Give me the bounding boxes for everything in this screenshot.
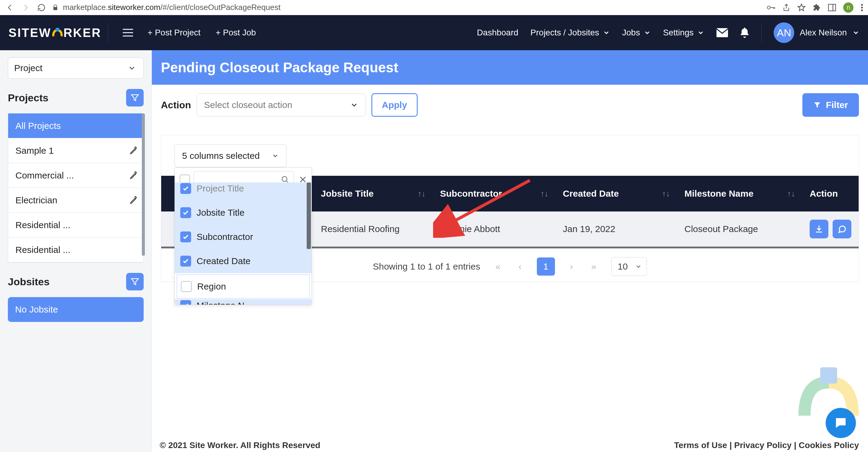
back-icon[interactable]: [5, 2, 15, 13]
chat-widget-button[interactable]: [826, 408, 856, 438]
no-jobsite-button[interactable]: No Jobsite: [8, 297, 144, 322]
svg-point-4: [861, 7, 863, 8]
filter-icon: [130, 277, 140, 286]
filter-button[interactable]: Filter: [802, 93, 859, 117]
nav-projects[interactable]: Projects / Jobsites: [530, 28, 610, 37]
nav-dashboard[interactable]: Dashboard: [477, 28, 518, 37]
sort-icon: ↑↓: [787, 189, 795, 199]
share-icon[interactable]: [783, 4, 790, 11]
download-button[interactable]: [810, 220, 828, 238]
check-icon: [182, 209, 189, 216]
project-item[interactable]: Electrician: [8, 188, 143, 213]
context-select[interactable]: Project: [8, 58, 144, 79]
avatar: AN: [774, 22, 794, 43]
kebab-icon[interactable]: [861, 4, 863, 11]
browser-chrome: marketplace.siteworker.com/#/client/clos…: [0, 0, 868, 15]
check-icon: [182, 258, 189, 264]
jobsites-filter-button[interactable]: [126, 273, 144, 291]
table-column-jobsite[interactable]: Jobsite Title↑↓: [314, 176, 433, 211]
project-item[interactable]: Sample 1: [8, 138, 143, 163]
forward-icon[interactable]: [21, 2, 31, 13]
reload-icon[interactable]: [36, 2, 46, 13]
page-number[interactable]: 1: [537, 258, 555, 276]
chat-icon: [834, 416, 848, 430]
menu-icon[interactable]: [123, 28, 133, 37]
cell-created: Jan 19, 2022: [556, 211, 677, 247]
svg-point-5: [861, 9, 863, 11]
key-icon[interactable]: [766, 4, 775, 11]
last-page-button[interactable]: »: [588, 262, 599, 272]
projects-heading: Projects: [8, 92, 49, 104]
page-title: Pending Closeout Package Request: [152, 50, 868, 85]
bell-icon[interactable]: [740, 28, 749, 38]
column-option[interactable]: Milestone N: [175, 299, 311, 305]
url-bar[interactable]: marketplace.siteworker.com/#/client/clos…: [52, 3, 761, 12]
svg-rect-6: [56, 28, 59, 31]
lock-icon: [52, 4, 59, 11]
svg-point-11: [282, 177, 287, 182]
svg-rect-14: [820, 367, 837, 384]
action-label: Action: [161, 99, 191, 111]
edit-icon[interactable]: [129, 146, 138, 155]
column-option[interactable]: Jobsite Title: [175, 201, 311, 225]
cell-milestone: Closeout Package: [677, 211, 802, 247]
table-column-milestone[interactable]: Milestone Name↑↓: [677, 176, 802, 211]
panel-icon[interactable]: [828, 4, 836, 11]
first-page-button[interactable]: «: [492, 262, 503, 272]
scrollbar[interactable]: [307, 182, 311, 249]
table-container: 5 columns selected ✕ Project Title Jobsi…: [161, 135, 859, 282]
project-item[interactable]: Residential ...: [8, 238, 143, 262]
user-menu[interactable]: AN Alex Neilson: [774, 22, 860, 43]
page-size-select[interactable]: 10: [611, 257, 647, 276]
cell-actions: [802, 211, 859, 247]
post-job-link[interactable]: + Post Job: [216, 28, 256, 37]
post-project-link[interactable]: + Post Project: [148, 28, 200, 37]
filter-icon: [813, 101, 821, 109]
nav-settings[interactable]: Settings: [663, 28, 704, 37]
star-icon[interactable]: [797, 3, 806, 12]
project-item-all[interactable]: All Projects: [8, 114, 143, 138]
project-item[interactable]: Residential ...: [8, 213, 143, 238]
divider: [108, 24, 108, 42]
main-content: Pending Closeout Package Request Action …: [152, 50, 868, 452]
jobsites-heading: Jobsites: [8, 276, 50, 288]
table-column-subcontractor[interactable]: Subcontractor↑↓: [433, 176, 556, 211]
project-item[interactable]: Commercial ...: [8, 163, 143, 188]
column-option[interactable]: Region: [177, 274, 310, 299]
column-option[interactable]: Subcontractor: [175, 225, 311, 249]
pagination-info: Showing 1 to 1 of 1 entries: [373, 262, 480, 272]
chevron-down-icon: [128, 64, 136, 72]
nav-jobs[interactable]: Jobs: [622, 28, 651, 37]
column-option[interactable]: Created Date: [175, 249, 311, 273]
prev-page-button[interactable]: ‹: [516, 262, 525, 272]
next-page-button[interactable]: ›: [567, 262, 576, 272]
chevron-down-icon: [350, 101, 359, 109]
column-option[interactable]: Project Title: [175, 182, 311, 201]
svg-rect-1: [828, 4, 836, 11]
edit-icon[interactable]: [129, 171, 138, 180]
table-column-action: Action: [802, 176, 859, 211]
comment-button[interactable]: [833, 220, 851, 238]
svg-rect-10: [716, 28, 728, 37]
projects-filter-button[interactable]: [126, 89, 144, 107]
apply-button[interactable]: Apply: [371, 93, 418, 117]
profile-badge[interactable]: n: [843, 2, 854, 13]
brand-logo[interactable]: SITEW RKER: [8, 26, 101, 40]
mail-icon[interactable]: [716, 28, 728, 37]
filter-icon: [130, 93, 140, 102]
extensions-icon[interactable]: [813, 4, 821, 11]
edit-icon[interactable]: [129, 196, 138, 205]
check-icon: [182, 302, 189, 305]
chevron-down-icon: [635, 263, 642, 270]
action-select[interactable]: Select closeout action: [196, 93, 366, 117]
scrollbar[interactable]: [142, 114, 145, 255]
chevron-down-icon: [272, 152, 279, 159]
divider: [761, 24, 762, 42]
cell-jobsite: Residential Roofing: [314, 211, 433, 247]
sort-icon: ↑↓: [540, 189, 548, 199]
column-select-button[interactable]: 5 columns selected: [175, 144, 286, 167]
footer-links[interactable]: Terms of Use | Privacy Policy | Cookies …: [674, 441, 859, 450]
svg-point-0: [767, 6, 770, 9]
sidebar: Project Projects All Projects Sample 1 C…: [0, 50, 152, 452]
table-column-created[interactable]: Created Date↑↓: [556, 176, 677, 211]
